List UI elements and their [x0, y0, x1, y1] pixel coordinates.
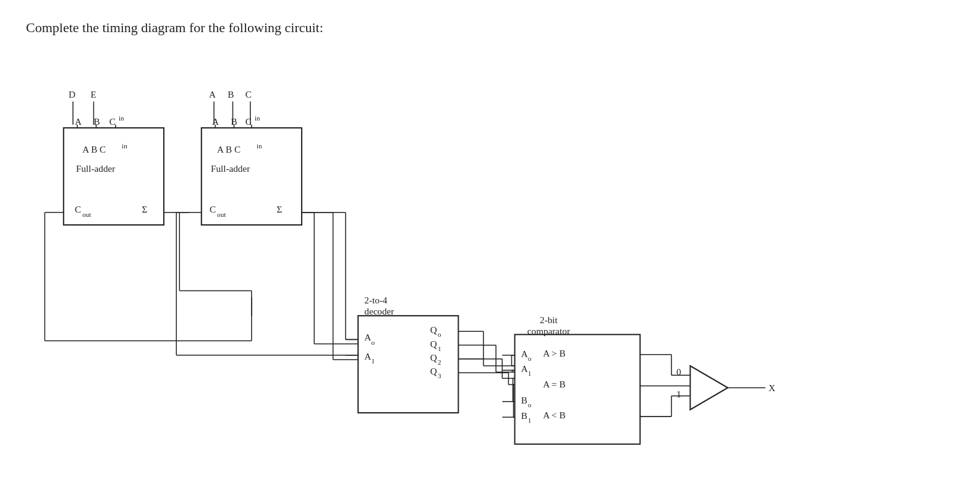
decoder-out-q1-sub: 1	[438, 345, 441, 352]
decoder-out-q2-sub: 2	[438, 358, 441, 366]
fa1-label-inputs: A B C	[82, 144, 106, 154]
comp-in-a1-sub: 1	[528, 370, 532, 377]
decoder-label1: 2-to-4	[364, 295, 388, 305]
comp-in-b1-sub: 1	[528, 416, 532, 424]
circuit-diagram: A B C in A B C in Full-adder C out Σ D E…	[26, 49, 953, 494]
comp-out-gt: A > B	[543, 348, 565, 358]
input-e-label: E	[90, 89, 96, 99]
comp-out-lt: A < B	[543, 410, 565, 420]
fa1-input-b: B	[93, 116, 100, 127]
decoder-in-a1-sub: 1	[371, 357, 375, 365]
fa1-cin-sub: in	[119, 114, 124, 122]
decoder-in-a0: A	[364, 332, 371, 342]
svg-rect-11	[202, 128, 302, 225]
fa2-label: Full-adder	[211, 163, 250, 174]
input-d-label: D	[69, 89, 75, 99]
comp-out-eq: A = B	[543, 379, 565, 390]
mux-output-x: X	[769, 383, 775, 393]
decoder-out-q3: Q	[430, 366, 437, 376]
fa2-cin-label2: in	[257, 142, 262, 150]
fa2-sigma-label: Σ	[276, 204, 282, 214]
comp-in-b0: B	[521, 395, 527, 405]
decoder-out-q0-sub: o	[438, 331, 441, 338]
mux-input-0: 0	[676, 366, 681, 377]
fa2-cin-sub: in	[255, 114, 260, 122]
fa2-cout-sub: out	[217, 211, 226, 218]
input-b-label: B	[228, 89, 234, 99]
mux-input-1: 1	[676, 389, 681, 399]
decoder-label2: decoder	[364, 306, 394, 316]
input-a-label: A	[209, 89, 216, 99]
svg-marker-56	[690, 366, 728, 410]
comp-in-a0-sub: o	[528, 355, 532, 362]
comparator-label2: comparator	[527, 326, 570, 336]
comp-in-a1: A	[521, 363, 528, 374]
decoder-out-q0: Q	[430, 324, 437, 335]
fa1-label: Full-adder	[76, 163, 115, 174]
svg-rect-43	[515, 334, 641, 444]
fa1-cout-label: C	[75, 204, 81, 214]
decoder-out-q3-sub: 3	[438, 372, 441, 379]
comp-in-b1: B	[521, 410, 527, 421]
decoder-out-q2: Q	[430, 352, 437, 363]
fa1-cout-sub: out	[82, 211, 92, 218]
comparator-label1: 2-bit	[540, 315, 558, 325]
decoder-in-a1: A	[364, 351, 371, 361]
fa2-cout-label: C	[210, 204, 216, 214]
decoder-out-q1: Q	[430, 339, 437, 349]
decoder-in-a0-sub: o	[371, 339, 375, 346]
fa1-sigma-label: Σ	[142, 204, 148, 214]
fa2-label-inputs: A B C	[217, 144, 241, 154]
fa1-cin-label: in	[122, 142, 127, 150]
fa1-input-a: A	[75, 116, 82, 127]
page-title: Complete the timing diagram for the foll…	[26, 20, 323, 36]
comp-in-a0: A	[521, 349, 528, 359]
input-c-label: C	[245, 89, 252, 99]
comp-in-b0-sub: o	[528, 401, 532, 408]
fa1-input-cin: C	[109, 116, 116, 127]
